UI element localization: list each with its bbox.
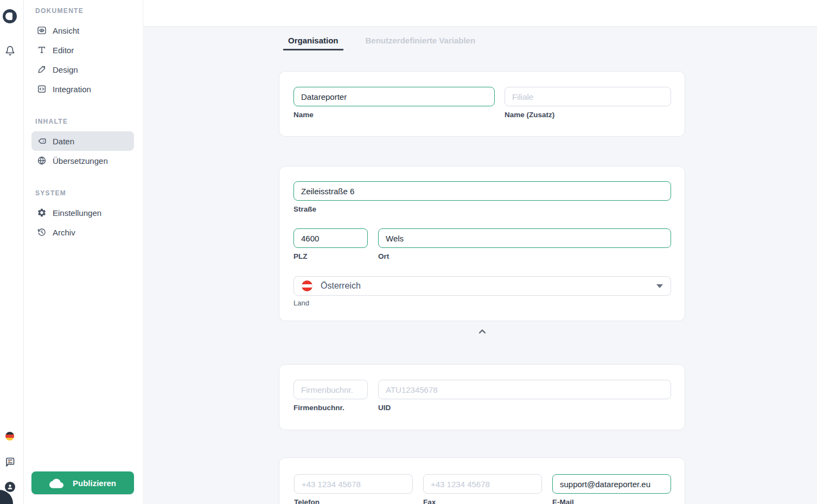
user-account-icon[interactable] [5, 482, 15, 492]
uid-field[interactable] [378, 380, 671, 399]
publish-button-label: Publizieren [73, 479, 116, 488]
fax-field[interactable] [423, 474, 542, 494]
section-header-system: SYSTEM [35, 189, 143, 197]
tag-data-icon [37, 136, 47, 146]
content-column: Organisation Benutzerdefinierte Variable… [279, 36, 685, 504]
telefon-label: Telefon [294, 498, 413, 504]
card-address: Straße PLZ Ort Österreich Land [279, 166, 685, 321]
sidebar-item-label: Integration [53, 85, 91, 94]
collapse-chevron-up-icon[interactable] [477, 328, 487, 335]
globe-translations-icon [37, 156, 47, 165]
strasse-label: Straße [293, 205, 671, 213]
tab-benutzerdefinierte-variablen[interactable]: Benutzerdefinierte Variablen [361, 36, 481, 50]
card-contact: Telefon Fax E-Mail [279, 457, 685, 504]
app-logo-mark [5, 12, 12, 20]
sidebar-item-label: Design [53, 65, 78, 74]
strasse-field[interactable] [293, 181, 671, 201]
sidebar-item-integration[interactable]: Integration [31, 79, 134, 99]
app-rail [0, 0, 24, 504]
ort-field[interactable] [378, 228, 671, 248]
email-label: E-Mail [552, 498, 671, 504]
name-zusatz-field[interactable] [505, 87, 671, 106]
section-header-dokumente: DOKUMENTE [35, 7, 143, 15]
austria-flag-icon [302, 280, 312, 291]
gear-settings-icon [37, 208, 47, 218]
text-editor-icon [37, 45, 47, 55]
sidebar-item-label: Daten [53, 137, 74, 146]
name-zusatz-label: Name (Zusatz) [505, 111, 671, 119]
plz-label: PLZ [293, 252, 368, 260]
sidebar-item-daten[interactable]: Daten [31, 131, 134, 151]
uid-label: UID [378, 404, 671, 412]
chevron-down-icon [656, 284, 663, 288]
ort-label: Ort [378, 252, 671, 260]
plz-field[interactable] [293, 228, 368, 248]
sidebar-item-label: Übersetzungen [53, 156, 108, 165]
code-integration-icon [37, 84, 47, 94]
main-area: Organisation Benutzerdefinierte Variable… [143, 0, 817, 504]
topbar [143, 0, 817, 27]
telefon-field[interactable] [294, 474, 413, 494]
sidebar-item-label: Editor [53, 46, 74, 55]
sidebar-item-label: Archiv [53, 228, 75, 237]
bell-icon[interactable] [5, 46, 15, 58]
pen-design-icon [37, 65, 47, 74]
eye-preview-icon [37, 25, 47, 35]
sidebar-item-editor[interactable]: Editor [31, 40, 134, 60]
app-logo[interactable] [3, 9, 17, 23]
email-field[interactable] [552, 474, 671, 494]
name-field[interactable] [293, 87, 495, 106]
tab-organisation[interactable]: Organisation [283, 36, 343, 50]
sidebar-item-archiv[interactable]: Archiv [31, 222, 134, 242]
fax-label: Fax [423, 498, 542, 504]
sidebar-item-label: Ansicht [53, 26, 79, 35]
card-organisation-name: Name Name (Zusatz) [279, 71, 685, 137]
section-header-inhalte: INHALTE [35, 117, 143, 126]
sidebar-item-label: Einstellungen [53, 208, 101, 218]
land-select[interactable]: Österreich [293, 276, 671, 296]
land-selected-value: Österreich [321, 281, 361, 291]
chat-feedback-icon[interactable] [5, 457, 15, 469]
cloud-upload-icon [49, 477, 63, 488]
name-label: Name [293, 111, 495, 119]
sidebar-item-ansicht[interactable]: Ansicht [31, 21, 134, 40]
firmenbuchnr-label: Firmenbuchnr. [293, 404, 368, 412]
card-registry: Firmenbuchnr. UID [279, 364, 685, 430]
german-flag-icon[interactable] [5, 432, 14, 441]
sidebar: DOKUMENTE Ansicht Editor Design [24, 0, 143, 504]
firmenbuchnr-field[interactable] [293, 380, 368, 399]
history-archive-icon [37, 227, 47, 237]
chat-widget-corner[interactable] [0, 490, 13, 504]
publish-button[interactable]: Publizieren [31, 471, 134, 494]
tab-bar: Organisation Benutzerdefinierte Variable… [283, 36, 685, 50]
land-label: Land [293, 299, 671, 307]
sidebar-item-design[interactable]: Design [31, 60, 134, 79]
sidebar-item-uebersetzungen[interactable]: Übersetzungen [31, 151, 134, 170]
sidebar-item-einstellungen[interactable]: Einstellungen [31, 203, 134, 222]
